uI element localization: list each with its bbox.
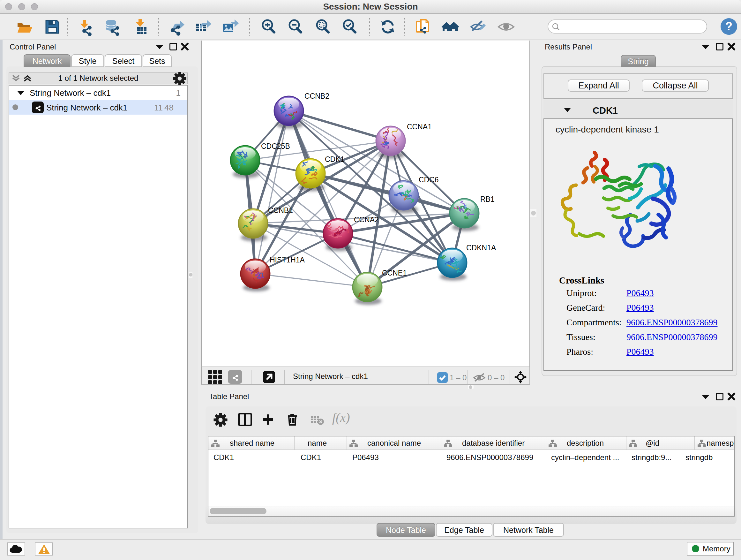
svg-text:CDKN1A: CDKN1A [466,244,496,252]
svg-text:CDK1: CDK1 [325,155,344,164]
svg-text:CCNA1: CCNA1 [407,123,432,131]
svg-text:HIST1H1A: HIST1H1A [270,256,305,264]
svg-text:CCNB1: CCNB1 [268,206,293,214]
svg-text:RB1: RB1 [480,195,495,203]
svg-text:CCNA2: CCNA2 [354,215,379,224]
svg-text:CDC6: CDC6 [419,176,439,184]
svg-text:CCNE1: CCNE1 [382,269,407,277]
svg-text:CDC25B: CDC25B [261,142,290,150]
svg-text:CCNB2: CCNB2 [305,92,329,100]
